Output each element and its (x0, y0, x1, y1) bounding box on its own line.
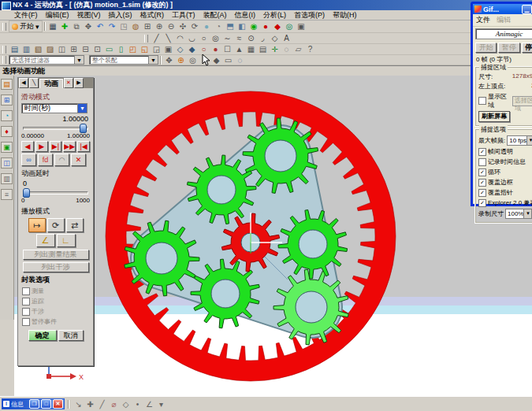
curve-icon[interactable]: ≈ (233, 33, 245, 43)
chain-link-button[interactable]: ∞ (21, 154, 36, 166)
checkbox[interactable]: ✓ (478, 148, 486, 156)
title-bar[interactable]: NX 4 - 运动仿真 - [ (仿真) motion_1.sim (修改的) … (0, 0, 532, 10)
menu-item[interactable]: 首选项(P) (291, 10, 328, 20)
step-forward-button[interactable]: ▶| (50, 141, 62, 152)
show-area-checkbox[interactable] (478, 97, 486, 105)
select-arrow-icon[interactable]: ↘ (73, 399, 84, 409)
stop-icon[interactable]: ● (210, 44, 221, 54)
menu-item[interactable]: 插入(S) (106, 10, 136, 20)
record-start-button[interactable]: 开始 (475, 43, 497, 53)
tab-prev-button[interactable]: ◀ (19, 78, 28, 88)
chevron-down-icon[interactable]: ▼ (523, 209, 531, 218)
checkbox[interactable] (22, 318, 30, 326)
check-icon[interactable]: ☐ (221, 44, 233, 54)
close-icon[interactable]: ✕ (53, 399, 63, 409)
roles-icon[interactable]: ▣ (1, 142, 13, 153)
midpoint-icon[interactable]: • (132, 399, 143, 409)
tab-close-button[interactable]: ✕ (64, 78, 73, 88)
play-forward-button[interactable]: ▶ (35, 141, 48, 152)
graph-icon[interactable]: ◱ (139, 44, 151, 54)
menu-item[interactable]: 文件(F) (11, 10, 41, 20)
solve-icon[interactable]: ▯ (115, 44, 127, 54)
line-snap-icon[interactable]: ╱ (96, 399, 108, 409)
checkbox[interactable]: ✓ (478, 179, 486, 187)
menu-item[interactable]: 帮助(H) (329, 10, 360, 20)
rect-select-icon[interactable]: ▭ (222, 55, 234, 65)
list-interference-button[interactable]: 列出干涉 (23, 262, 89, 272)
spline-icon[interactable]: ∼ (221, 33, 233, 43)
export-icon[interactable]: ▣ (162, 44, 174, 54)
play-loop-button[interactable]: ⟳ (47, 218, 65, 232)
palette-icon[interactable]: ♦ (1, 126, 13, 137)
fps-combo[interactable]: 10 fps ▼ (507, 135, 532, 146)
time-slider[interactable] (23, 124, 88, 131)
layer-icon[interactable]: ▤ (257, 44, 269, 54)
refresh-screen-button[interactable]: 刷新屏幕 (478, 111, 510, 122)
sketch-icon[interactable]: ◍ (130, 21, 142, 31)
slide-mode-combo[interactable]: 时间(秒) ▼ (21, 103, 87, 113)
datum-icon[interactable]: ◌ (281, 44, 292, 54)
selection-filter-combo[interactable]: 无选择过滤器 ▼ (9, 55, 84, 65)
play-swing-button[interactable]: ⇄ (66, 218, 84, 232)
move-icon[interactable]: ✥ (83, 21, 95, 31)
maximize-button[interactable]: □ (41, 399, 51, 409)
channel-icon[interactable]: ≡ (1, 189, 13, 200)
sound-button[interactable]: ◠ (54, 154, 69, 166)
record-icon[interactable]: ● (260, 21, 272, 31)
analysis-icon[interactable]: ◎ (284, 21, 296, 31)
circle2-icon[interactable]: ◎ (210, 33, 221, 43)
delay-slider-thumb[interactable] (23, 188, 30, 198)
contact-icon[interactable]: ⊞ (68, 44, 80, 54)
info-window-minimized[interactable]: i 信息 ❐ □ ✕ (2, 398, 65, 409)
help-icon[interactable]: ? (304, 44, 316, 54)
record-stop-button[interactable]: 停止 (522, 43, 532, 53)
checkbox[interactable]: ✓ (478, 189, 486, 197)
assembly-navigator-icon[interactable]: ▤ (1, 79, 13, 90)
web-icon[interactable]: ◫ (1, 157, 13, 168)
tools-icon[interactable]: ▣ (296, 21, 307, 31)
circle-icon[interactable]: ○ (198, 33, 210, 43)
fillet-icon[interactable]: ◞ (257, 33, 269, 43)
body-icon[interactable]: ▧ (32, 44, 44, 54)
play-once-button[interactable]: ↦ (28, 218, 46, 232)
export-movie-button[interactable]: fd (38, 154, 53, 166)
undo-icon[interactable]: ↶ (95, 21, 106, 31)
play-reverse-button[interactable]: ◀ (21, 141, 34, 152)
gif-menu-file[interactable]: 文件 (476, 15, 490, 25)
select-area-button[interactable]: 选择区域 (512, 96, 532, 106)
menu-item[interactable]: 分析(L) (260, 10, 289, 20)
rotate-view-icon[interactable]: ⟳ (189, 21, 201, 31)
solution-icon[interactable]: ▭ (103, 44, 115, 54)
minimize-button[interactable]: ▁ (522, 5, 532, 14)
menu-item[interactable]: 视图(V) (74, 10, 104, 20)
record-size-combo[interactable]: 100% ▼ (505, 209, 532, 219)
chevron-down-icon[interactable]: ▼ (74, 56, 84, 64)
fast-forward-button[interactable]: ▶▶ (63, 141, 76, 152)
save-icon[interactable]: ▦ (47, 21, 59, 31)
joint-icon[interactable]: ▥ (20, 44, 32, 54)
start-button[interactable]: 开始 ▾ (9, 20, 43, 32)
transform-icon[interactable]: ◳ (118, 21, 130, 31)
vertex-icon[interactable]: ◇ (120, 399, 132, 409)
pan-icon[interactable]: ✣ (177, 21, 189, 31)
gif-title-bar[interactable]: Gif... ▁ ✕ (473, 4, 532, 14)
materials-icon[interactable]: ▥ (1, 173, 13, 184)
menu-item[interactable]: 信息(I) (232, 10, 259, 20)
snap-point-icon[interactable]: ✥ (163, 55, 175, 65)
menu-item[interactable]: 格式(R) (137, 10, 168, 20)
orient-view-icon[interactable]: ⬒ (225, 21, 236, 31)
snap-end-icon[interactable]: ⊕ (175, 55, 187, 65)
gif-menu-edit[interactable]: 编辑 (497, 15, 511, 25)
ok-button[interactable]: 确定 (28, 330, 57, 341)
more-icon[interactable]: ▾ (155, 399, 167, 409)
angle-icon[interactable]: ∠ (143, 399, 155, 409)
polyline-icon[interactable]: ╲ (162, 33, 174, 43)
menu-item[interactable]: 编辑(E) (43, 10, 73, 20)
toolbar-grip[interactable] (2, 56, 6, 64)
snap-inter-icon[interactable]: ◆ (210, 55, 222, 65)
animate-icon[interactable]: ◰ (127, 44, 139, 54)
zoom-out-icon[interactable]: ⊖ (166, 21, 177, 31)
delete-marker-button[interactable]: ✕ (71, 154, 86, 166)
menu-item[interactable]: 工具(T) (169, 10, 199, 20)
gear-icon[interactable]: ⊟ (80, 44, 91, 54)
